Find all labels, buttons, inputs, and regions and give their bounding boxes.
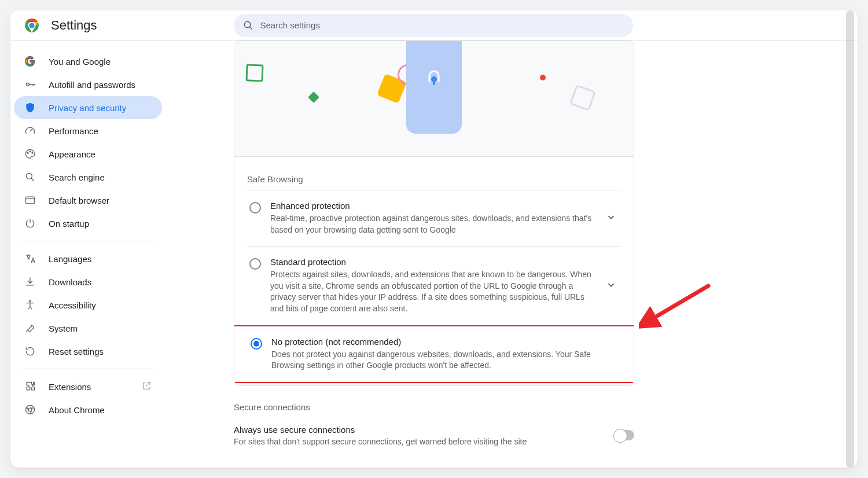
sidebar-item-appearance[interactable]: Appearance <box>14 142 162 166</box>
page-title: Settings <box>51 18 97 33</box>
sidebar-item-you-and-google[interactable]: You and Google <box>14 50 162 73</box>
languages-icon <box>24 253 36 264</box>
sidebar-item-label: Downloads <box>49 277 91 287</box>
option-title: Standard protection <box>270 257 595 267</box>
radio-icon[interactable] <box>249 258 261 272</box>
svg-point-3 <box>29 23 34 28</box>
shield-icon <box>24 102 36 113</box>
option-description: Protects against sites, downloads, and e… <box>270 269 595 314</box>
search-input[interactable] <box>259 20 624 31</box>
wrench-icon <box>24 322 36 334</box>
sidebar-item-default-browser[interactable]: Default browser <box>14 189 162 212</box>
sidebar-item-search-engine[interactable]: Search engine <box>14 166 162 189</box>
browser-icon <box>24 194 36 206</box>
always-secure-toggle-row: Always use secure connections For sites … <box>234 419 634 462</box>
sidebar-item-downloads[interactable]: Downloads <box>14 270 162 293</box>
palette-icon <box>24 148 36 160</box>
option-description: Real-time, proactive protection against … <box>270 213 595 236</box>
safe-browsing-option-enhanced[interactable]: Enhanced protection Real-time, proactive… <box>247 190 621 246</box>
sidebar-item-system[interactable]: System <box>14 317 162 340</box>
main-content: Safe Browsing Enhanced protection Real-t… <box>234 41 634 468</box>
svg-point-6 <box>30 151 31 152</box>
sidebar-item-label: Autofill and passwords <box>49 80 135 90</box>
sidebar-item-label: Performance <box>49 126 98 136</box>
decor-dot-icon <box>540 75 546 80</box>
sidebar-item-on-startup[interactable]: On startup <box>14 212 162 235</box>
decor-diamond-icon <box>308 91 319 103</box>
expand-button[interactable] <box>605 211 619 226</box>
svg-point-4 <box>26 83 29 86</box>
always-secure-switch[interactable] <box>615 430 634 440</box>
chrome-logo-icon <box>24 18 39 33</box>
chrome-outline-icon <box>24 404 36 416</box>
open-external-icon <box>141 381 152 393</box>
safe-browsing-body: Safe Browsing Enhanced protection Real-t… <box>234 157 634 385</box>
divider <box>21 369 155 369</box>
svg-point-11 <box>26 406 35 414</box>
option-title: Enhanced protection <box>270 201 595 211</box>
chevron-down-icon <box>605 278 617 291</box>
option-title: No protection (not recommended) <box>271 337 617 347</box>
sidebar-item-languages[interactable]: Languages <box>14 247 162 270</box>
sidebar-item-label: Reset settings <box>49 347 104 356</box>
sidebar-item-label: You and Google <box>49 57 111 67</box>
search-settings[interactable] <box>234 14 633 37</box>
search-icon <box>243 20 253 31</box>
option-description: Does not protect you against dangerous w… <box>271 349 617 372</box>
safe-browsing-title: Safe Browsing <box>247 174 621 184</box>
svg-rect-9 <box>26 197 35 204</box>
accessibility-icon <box>24 299 36 311</box>
settings-window: Settings You and Google Autofill and pas… <box>10 10 858 468</box>
decor-hexagon-outline-icon <box>569 84 596 111</box>
svg-point-8 <box>26 173 32 179</box>
sidebar-item-label: Privacy and security <box>49 103 126 113</box>
decor-square-outline-icon <box>245 64 263 82</box>
sidebar-item-label: System <box>49 323 78 333</box>
sidebar-item-label: Languages <box>49 254 91 264</box>
sidebar: You and Google Autofill and passwords Pr… <box>10 41 165 468</box>
secure-connections-title: Secure connections <box>234 402 634 412</box>
svg-point-5 <box>27 153 28 154</box>
svg-rect-14 <box>433 80 435 85</box>
svg-point-7 <box>32 153 33 154</box>
sidebar-item-label: Accessibility <box>49 300 96 310</box>
search-icon <box>24 171 36 183</box>
toggle-title: Always use secure connections <box>234 425 527 435</box>
google-g-icon <box>24 56 36 67</box>
sidebar-item-label: Search engine <box>49 172 105 182</box>
sidebar-item-label: About Chrome <box>49 405 105 415</box>
main-area: Safe Browsing Enhanced protection Real-t… <box>165 41 858 468</box>
sidebar-item-label: On startup <box>49 219 89 229</box>
sidebar-item-autofill[interactable]: Autofill and passwords <box>14 73 162 96</box>
svg-point-10 <box>29 300 31 302</box>
radio-icon[interactable] <box>249 202 261 216</box>
safe-browsing-option-none[interactable]: No protection (not recommended) Does not… <box>234 325 634 383</box>
sidebar-item-label: Appearance <box>49 149 95 159</box>
sidebar-item-performance[interactable]: Performance <box>14 119 162 142</box>
safe-browsing-option-standard[interactable]: Standard protection Protects against sit… <box>247 246 621 325</box>
sidebar-item-reset[interactable]: Reset settings <box>14 340 162 363</box>
chevron-down-icon <box>605 211 617 223</box>
sidebar-item-extensions[interactable]: Extensions <box>14 375 162 398</box>
key-icon <box>24 79 36 90</box>
sidebar-item-label: Default browser <box>49 196 109 205</box>
scrollbar[interactable] <box>846 10 854 468</box>
sidebar-item-privacy-security[interactable]: Privacy and security <box>14 96 162 119</box>
sidebar-item-label: Extensions <box>49 382 91 392</box>
speedometer-icon <box>24 125 36 137</box>
power-icon <box>24 218 36 229</box>
body: You and Google Autofill and passwords Pr… <box>10 41 858 468</box>
radio-icon[interactable] <box>251 338 262 352</box>
reset-icon <box>24 345 36 357</box>
expand-button[interactable] <box>605 278 619 293</box>
puzzle-icon <box>24 381 36 392</box>
sidebar-item-accessibility[interactable]: Accessibility <box>14 293 162 317</box>
download-icon <box>24 276 36 288</box>
lock-tile-icon <box>406 41 462 134</box>
divider <box>21 241 155 241</box>
safe-browsing-illustration <box>234 41 634 157</box>
safe-browsing-card: Safe Browsing Enhanced protection Real-t… <box>234 41 634 386</box>
toggle-description: For sites that don't support secure conn… <box>234 437 527 446</box>
sidebar-item-about-chrome[interactable]: About Chrome <box>14 398 162 421</box>
topbar: Settings <box>10 10 858 41</box>
